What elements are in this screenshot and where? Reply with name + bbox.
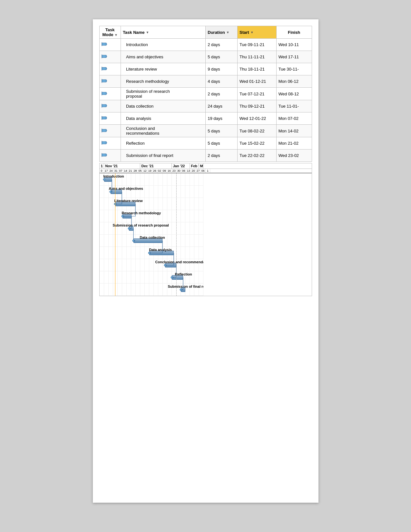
gantt-day-cell: 19 <box>148 169 152 173</box>
task-finish-cell: Wed 17-11 <box>276 51 312 63</box>
task-start-cell: Wed 01-12-21 <box>238 75 277 88</box>
gantt-chart: 1Nov '21Dec '21Jan '22Feb '22Mar '22 017… <box>99 163 312 296</box>
svg-rect-6 <box>102 67 106 70</box>
gantt-day-cell: 17 <box>104 169 109 173</box>
task-mode-cell <box>99 112 121 125</box>
duration-label: Duration <box>208 30 225 35</box>
gantt-day-cell: 06 <box>181 169 186 173</box>
gantt-day-cell: 20 <box>191 169 196 173</box>
gantt-bar-label: Literature review <box>114 199 143 203</box>
table-row: Aims and objectives5 daysThu 11-11-21Wed… <box>99 51 312 63</box>
table-row: Reflection5 daysTue 15-02-22Mon 21-02 <box>99 137 312 150</box>
task-mode-cell <box>99 63 121 75</box>
gantt-period-line <box>176 173 177 296</box>
duration-sort-icon: ▼ <box>226 31 230 34</box>
gantt-day-cell: 09 <box>162 169 167 173</box>
task-start-cell: Tue 07-12-21 <box>238 88 277 100</box>
task-name-cell: Literature review <box>121 63 205 75</box>
task-duration-cell: 4 days <box>206 75 238 88</box>
table-row: Data analysis19 daysWed 12-01-22Mon 07-0… <box>99 112 312 125</box>
task-name-cell: Data collection <box>121 100 205 112</box>
gantt-day-cell: 02 <box>157 169 162 173</box>
gantt-month-cell: 1 <box>100 163 104 169</box>
svg-marker-4 <box>106 55 107 58</box>
gantt-bar-label: Data collection <box>140 236 165 239</box>
task-finish-cell: Mon 06-12 <box>276 75 312 88</box>
gantt-day-cell: 06 <box>201 169 206 173</box>
svg-rect-27 <box>102 154 106 156</box>
task-finish-cell: Tue 11-01- <box>276 100 312 112</box>
gantt-body: IntroductionAims and objectivesLiteratur… <box>100 173 203 296</box>
task-duration-cell: 2 days <box>206 88 238 100</box>
gantt-day-row: 0172431071421280512192602091623300613202… <box>100 169 312 173</box>
task-start-cell: Tue 09-11-21 <box>238 39 277 51</box>
task-mode-icon <box>102 153 107 157</box>
svg-marker-19 <box>106 117 107 119</box>
task-mode-icon <box>102 116 107 120</box>
task-mode-icon <box>102 91 107 96</box>
svg-rect-15 <box>102 104 106 107</box>
task-start-cell: Tue 22-02-22 <box>238 150 277 162</box>
task-name-cell: Research methodology <box>121 75 205 88</box>
gantt-month-cell: Dec '21 <box>140 163 172 169</box>
svg-marker-1 <box>106 43 107 45</box>
svg-rect-18 <box>102 117 106 119</box>
task-duration-cell: 5 days <box>206 51 238 63</box>
start-label: Start <box>240 30 249 35</box>
task-finish-cell: Wed 23-02 <box>276 150 312 162</box>
task-name-cell: Introduction <box>121 39 205 51</box>
task-finish-cell: Mon 07-02 <box>276 112 312 125</box>
task-finish-cell: Mon 21-02 <box>276 137 312 150</box>
gantt-day-cell: 14 <box>123 169 128 173</box>
task-mode-icon <box>102 79 107 83</box>
gantt-month-cell: Mar '22 <box>199 163 203 169</box>
task-start-cell: Tue 15-02-22 <box>238 137 277 150</box>
task-finish-cell: Wed 08-12 <box>276 88 312 100</box>
svg-rect-9 <box>102 80 106 82</box>
gantt-day-cell: 07 <box>119 169 123 173</box>
gantt-day-cell: 1 <box>206 169 210 173</box>
gantt-month-cell: Jan '22 <box>172 163 190 169</box>
svg-rect-24 <box>102 141 106 144</box>
svg-marker-10 <box>106 80 107 82</box>
gantt-month-cell: Nov '21 <box>104 163 140 169</box>
task-duration-cell: 9 days <box>206 63 238 75</box>
task-start-cell: Thu 09-12-21 <box>238 100 277 112</box>
gantt-today-line <box>115 173 115 296</box>
task-mode-icon <box>102 140 107 145</box>
task-mode-icon <box>102 66 107 71</box>
col-header-start: Start ▼ <box>238 26 277 39</box>
gantt-bar-label: Research methodology <box>122 211 161 215</box>
task-name-sort-icon: ▼ <box>146 31 149 34</box>
gantt-bar-label: Aims and objectives <box>109 187 143 190</box>
gantt-day-cell: 13 <box>186 169 191 173</box>
gantt-day-cell: 31 <box>114 169 119 173</box>
gantt-day-cell: 21 <box>128 169 133 173</box>
task-duration-cell: 5 days <box>206 125 238 137</box>
gantt-day-cell: 27 <box>196 169 201 173</box>
task-duration-cell: 2 days <box>206 39 238 51</box>
gantt-bar-label: Data analysis <box>149 248 172 252</box>
gantt-bar-label: Submission of research proposal <box>113 223 169 227</box>
main-page: TaskMode ▼ Task Name ▼ Duration ▼ <box>93 19 318 503</box>
task-mode-icon <box>102 103 107 108</box>
task-name-cell: Reflection <box>121 137 205 150</box>
gantt-bar-label: Submission of final report <box>168 285 203 288</box>
task-mode-icon <box>102 128 107 133</box>
table-row: Submission of final report2 daysTue 22-0… <box>99 150 312 162</box>
start-sort-icon: ▼ <box>250 31 254 34</box>
task-finish-cell: Wed 10-11 <box>276 39 312 51</box>
task-duration-cell: 5 days <box>206 137 238 150</box>
gantt-month-cell: Feb '22 <box>190 163 199 169</box>
gantt-day-cell: 23 <box>172 169 177 173</box>
task-mode-arrow: ▼ <box>114 33 118 37</box>
svg-marker-13 <box>106 92 107 95</box>
table-row: Literature review9 daysThu 18-11-21Tue 3… <box>99 63 312 75</box>
gantt-day-cell: 05 <box>138 169 143 173</box>
task-name-cell: Submission of final report <box>121 150 205 162</box>
gantt-day-cell: 30 <box>177 169 181 173</box>
task-finish-cell: Mon 14-02 <box>276 125 312 137</box>
table-row: Data collection24 daysThu 09-12-21Tue 11… <box>99 100 312 112</box>
col-header-duration: Duration ▼ <box>206 26 238 39</box>
svg-rect-0 <box>102 43 106 45</box>
